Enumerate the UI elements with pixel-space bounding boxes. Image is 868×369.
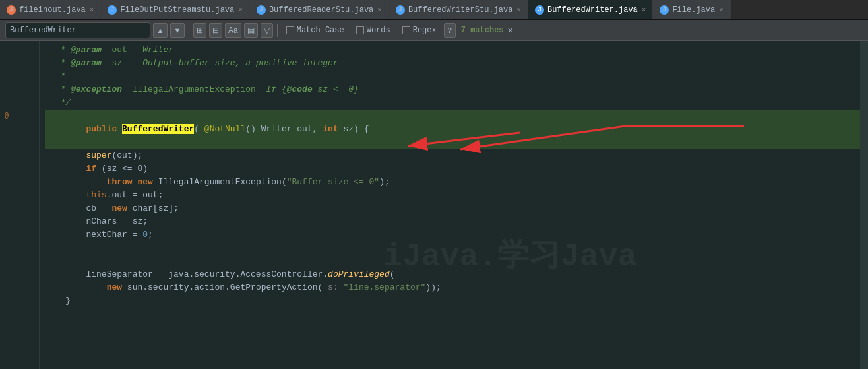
code-text-18: } <box>45 294 71 308</box>
tab-file[interactable]: J File.java × <box>653 0 730 19</box>
find-replace-all-button[interactable]: ⊟ <box>209 23 222 38</box>
code-line-16: lineSeparator = java.security.AccessCont… <box>45 268 860 281</box>
words-checkbox[interactable] <box>356 26 364 34</box>
code-text-8: if (sz <= 0) <box>45 162 148 176</box>
code-text-4: * @exception IllegalArgumentException If… <box>45 83 359 96</box>
tab-label-fileinout: fileinout.java <box>19 5 86 15</box>
code-line-2: * @param sz Output-buffer size, a positi… <box>45 57 860 70</box>
words-option[interactable]: Words <box>352 23 395 38</box>
code-text-2: * @param sz Output-buffer size, a positi… <box>45 57 338 70</box>
tab-close-bufferedreaderstu[interactable]: × <box>377 6 382 14</box>
code-line-9: throw new IllegalArgumentException("Buff… <box>45 176 860 189</box>
code-text-6: public BufferedWriter( @NotNull() Writer… <box>45 110 369 149</box>
tab-close-bufferedwriterstu[interactable]: × <box>516 6 521 14</box>
code-line-17: new sun.security.action.GetPropertyActio… <box>45 281 860 294</box>
find-next-button[interactable]: ▼ <box>170 23 185 38</box>
code-text-7: super(out); <box>45 149 142 162</box>
regex-checkbox[interactable] <box>402 26 410 34</box>
gutter-icon-3 <box>0 70 13 83</box>
tab-icon-file: J <box>660 5 669 15</box>
code-text-1: * @param out Writer <box>45 44 173 57</box>
tab-close-fileinout[interactable]: × <box>90 6 94 14</box>
find-filter-button[interactable]: ▽ <box>261 23 273 38</box>
tab-icon-bufferedwriter: J <box>535 5 544 15</box>
tab-label-bufferedwriterstu: BufferedWriterStu.java <box>408 5 512 15</box>
code-line-15 <box>45 255 860 268</box>
code-line-1: * @param out Writer <box>45 44 860 57</box>
find-separator-2 <box>277 24 278 37</box>
tab-label-file: File.java <box>672 5 715 15</box>
code-text-5: */ <box>45 96 71 110</box>
find-bar: ▲ ▼ ⊞ ⊟ Aa ▤ ▽ Match Case Words Regex ? … <box>0 20 868 41</box>
code-line-14 <box>45 242 860 255</box>
code-line-5: */ <box>45 96 860 110</box>
code-line-10: this.out = out; <box>45 189 860 202</box>
tab-fileoutputstreamstu[interactable]: J FileOutPutStreamstu.java × <box>101 0 249 19</box>
gutter-icon-4 <box>0 83 13 96</box>
words-label: Words <box>367 26 390 35</box>
code-text-11: cb = new char[sz]; <box>45 202 179 215</box>
tab-label-bufferedwriter: BufferedWriter.java <box>547 5 638 15</box>
code-line-13: nextChar = 0; <box>45 228 860 242</box>
code-text-12: nChars = sz; <box>45 215 148 228</box>
code-editor[interactable]: * @param out Writer * @param sz Output-b… <box>40 41 860 369</box>
code-line-18: } <box>45 294 860 308</box>
code-line-12: nChars = sz; <box>45 215 860 228</box>
code-line-4: * @exception IllegalArgumentException If… <box>45 83 860 96</box>
line-numbers <box>13 41 40 369</box>
tab-label-fileoutputstreamstu: FileOutPutStreamstu.java <box>120 5 234 15</box>
tab-bar: J fileinout.java × J FileOutPutStreamstu… <box>0 0 868 20</box>
code-line-8: if (sz <= 0) <box>45 162 860 176</box>
tab-icon-fileoutputstreamstu: J <box>108 5 117 15</box>
tab-bufferedwriter[interactable]: J BufferedWriter.java × <box>528 0 653 19</box>
code-text-17: new sun.security.action.GetPropertyActio… <box>45 281 441 294</box>
code-text-16: lineSeparator = java.security.AccessCont… <box>45 268 395 281</box>
gutter-icon-match: @ <box>0 110 13 123</box>
find-prev-button[interactable]: ▲ <box>153 23 168 38</box>
tab-close-file[interactable]: × <box>719 6 724 14</box>
gutter-icons: @ <box>0 41 13 369</box>
find-input-wrapper <box>5 22 150 38</box>
tab-fileinout[interactable]: J fileinout.java × <box>0 0 101 19</box>
code-text-13: nextChar = 0; <box>45 228 153 242</box>
find-separator-1 <box>189 24 189 37</box>
code-line-11: cb = new char[sz]; <box>45 202 860 215</box>
gutter-icon-1 <box>0 44 13 57</box>
match-case-option[interactable]: Match Case <box>282 23 349 38</box>
find-close-button[interactable]: × <box>508 25 513 36</box>
tab-icon-bufferedreaderstu: J <box>257 5 266 15</box>
gutter-icon-5 <box>0 96 13 110</box>
tab-bufferedwriterstu[interactable]: J BufferedWriterStu.java × <box>389 0 528 19</box>
code-line-3: * <box>45 70 860 83</box>
match-case-label: Match Case <box>297 26 344 35</box>
match-case-checkbox[interactable] <box>286 26 294 34</box>
gutter-icon-2 <box>0 57 13 70</box>
code-line-6-match: public BufferedWriter( @NotNull() Writer… <box>45 110 860 149</box>
code-line-7: super(out); <box>45 149 860 162</box>
find-replace-button[interactable]: ⊞ <box>193 23 206 38</box>
tab-close-fileoutputstreamstu[interactable]: × <box>238 6 243 14</box>
code-text-3: * <box>45 70 65 83</box>
scrollbar-vertical[interactable] <box>860 41 868 369</box>
code-text-9: throw new IllegalArgumentException("Buff… <box>45 176 390 189</box>
find-word-button[interactable]: ▤ <box>244 23 258 38</box>
tab-icon-fileinout: J <box>7 5 16 15</box>
tab-bufferedreaderstu[interactable]: J BufferedReaderStu.java × <box>250 0 389 19</box>
tab-icon-bufferedwriterstu: J <box>396 5 405 15</box>
find-search-input[interactable] <box>10 26 146 35</box>
regex-label: Regex <box>413 26 437 35</box>
tab-close-bufferedwriter[interactable]: × <box>642 6 646 14</box>
code-container: @ * @param out Writer * @param sz Output… <box>0 41 868 369</box>
find-case-button[interactable]: Aa <box>225 23 241 38</box>
regex-option[interactable]: Regex <box>398 23 441 38</box>
find-help-button[interactable]: ? <box>444 23 456 38</box>
tab-label-bufferedreaderstu: BufferedReaderStu.java <box>269 5 373 15</box>
code-text-10: this.out = out; <box>45 189 163 202</box>
find-matches-count: 7 matches <box>461 26 504 35</box>
